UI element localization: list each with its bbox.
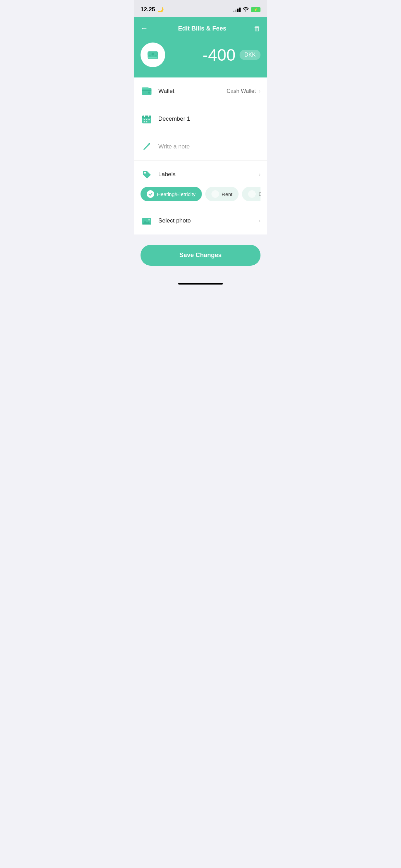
- chip-coffee-label: Coffee ☕: [258, 191, 260, 197]
- chip-rent-empty-icon: [211, 190, 219, 198]
- svg-point-28: [148, 219, 150, 220]
- svg-rect-22: [144, 121, 145, 122]
- select-photo-row[interactable]: Select photo ›: [134, 207, 267, 234]
- chip-coffee-empty-icon: [248, 190, 256, 198]
- content: Wallet Cash Wallet › December 1: [134, 77, 267, 234]
- note-row[interactable]: Write a note: [134, 133, 267, 161]
- note-label: Write a note: [158, 143, 260, 150]
- date-label: December 1: [158, 116, 260, 122]
- wallet-label: Wallet: [158, 88, 221, 95]
- date-row[interactable]: December 1: [134, 105, 267, 133]
- calendar-icon: [141, 113, 153, 125]
- status-bar: 12.25 🌙 ⚡: [134, 0, 267, 17]
- header-title: Edit Bills & Fees: [178, 25, 226, 32]
- wallet-value: Cash Wallet: [227, 88, 256, 94]
- home-bar: [178, 283, 223, 285]
- labels-title: Labels: [158, 171, 253, 178]
- header-amount-row: -400 DKK: [141, 43, 260, 67]
- status-icons: ⚡: [233, 7, 260, 13]
- save-button[interactable]: Save Changes: [141, 245, 260, 266]
- svg-rect-11: [142, 90, 151, 91]
- svg-point-12: [148, 92, 150, 94]
- select-photo-label: Select photo: [158, 217, 252, 224]
- svg-rect-9: [155, 56, 157, 56]
- labels-header[interactable]: Labels ›: [141, 168, 260, 181]
- footer: Save Changes: [134, 234, 267, 279]
- wallet-value-group: Cash Wallet ›: [227, 88, 260, 94]
- amount-currency: -400 DKK: [203, 46, 260, 64]
- tag-icon: [141, 168, 153, 181]
- currency-badge: DKK: [240, 50, 260, 60]
- svg-rect-20: [146, 119, 147, 120]
- wallet-chevron-icon: ›: [259, 88, 260, 94]
- status-time: 12.25 🌙: [141, 6, 164, 13]
- moon-icon: 🌙: [157, 7, 164, 13]
- home-indicator: [134, 279, 267, 291]
- svg-rect-19: [144, 119, 145, 120]
- battery-icon: ⚡: [251, 7, 260, 12]
- labels-section: Labels › Heating/Eletricity Rent: [134, 161, 267, 207]
- signal-icon: [233, 8, 241, 12]
- transaction-icon: [141, 43, 165, 67]
- labels-chevron-icon: ›: [259, 171, 260, 178]
- back-button[interactable]: ←: [141, 23, 151, 34]
- labels-chips: Heating/Eletricity Rent Coffee ☕: [141, 187, 260, 201]
- wallet-icon: [141, 85, 153, 97]
- chip-heating[interactable]: Heating/Eletricity: [141, 187, 202, 201]
- delete-button[interactable]: 🗑: [254, 25, 260, 33]
- svg-rect-21: [148, 119, 150, 120]
- svg-point-7: [151, 53, 154, 56]
- wifi-icon: [243, 7, 249, 13]
- chip-heating-label: Heating/Eletricity: [157, 191, 196, 197]
- svg-point-24: [144, 172, 146, 174]
- header: ← Edit Bills & Fees 🗑 -400 DKK: [134, 17, 267, 77]
- wallet-row[interactable]: Wallet Cash Wallet ›: [134, 77, 267, 105]
- pencil-icon: [141, 141, 153, 153]
- photo-icon: [141, 215, 153, 227]
- select-photo-chevron-icon: ›: [259, 218, 260, 224]
- svg-rect-13: [142, 87, 149, 89]
- amount-value: -400: [203, 46, 235, 64]
- svg-rect-16: [142, 117, 151, 118]
- header-nav: ← Edit Bills & Fees 🗑: [141, 23, 260, 34]
- chip-rent-label: Rent: [222, 191, 233, 197]
- chip-coffee[interactable]: Coffee ☕: [242, 187, 260, 201]
- svg-rect-23: [146, 121, 147, 122]
- chip-rent[interactable]: Rent: [205, 187, 239, 201]
- chip-check-icon: [147, 190, 154, 198]
- svg-rect-8: [148, 56, 151, 56]
